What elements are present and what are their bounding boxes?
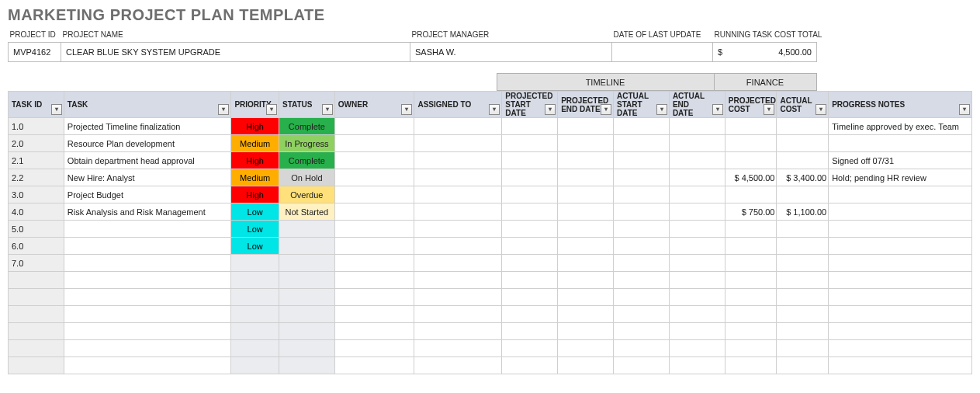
cell-owner[interactable]	[334, 323, 414, 340]
cell-status[interactable]	[279, 238, 334, 255]
cell-task[interactable]	[64, 238, 231, 255]
cell-task-id[interactable]	[9, 357, 64, 374]
cell-act-end[interactable]	[669, 340, 725, 357]
cell-assigned[interactable]	[414, 135, 502, 152]
cell-proj-cost[interactable]	[725, 272, 777, 289]
cell-proj-start[interactable]	[502, 238, 558, 255]
cell-priority[interactable]	[231, 357, 279, 374]
filter-dropdown-icon[interactable]: ▾	[51, 104, 62, 115]
cell-notes[interactable]	[829, 340, 972, 357]
cell-task-id[interactable]: 1.0	[9, 118, 64, 135]
cell-status[interactable]: Complete	[279, 118, 334, 135]
cell-owner[interactable]	[334, 238, 414, 255]
cell-act-start[interactable]	[614, 186, 670, 203]
cell-act-cost[interactable]	[777, 221, 829, 238]
cell-act-cost[interactable]: $ 3,400.00	[777, 169, 829, 186]
col-task[interactable]: TASK▾	[64, 92, 231, 118]
col-projected-cost[interactable]: PROJECTED COST▾	[725, 92, 777, 118]
cell-proj-cost[interactable]	[725, 186, 777, 203]
cell-task[interactable]	[64, 289, 231, 306]
cell-assigned[interactable]	[414, 203, 502, 221]
cell-proj-cost[interactable]	[725, 118, 777, 135]
cell-status[interactable]	[279, 323, 334, 340]
cell-priority[interactable]: Medium	[231, 169, 279, 186]
cell-priority[interactable]	[231, 306, 279, 323]
cell-act-cost[interactable]	[777, 272, 829, 289]
cell-status[interactable]: Complete	[279, 152, 334, 169]
cell-task-id[interactable]: 4.0	[9, 203, 64, 221]
cell-priority[interactable]: High	[231, 118, 279, 135]
cell-assigned[interactable]	[414, 306, 502, 323]
cell-notes[interactable]	[829, 221, 972, 238]
cell-assigned[interactable]	[414, 238, 502, 255]
cell-priority[interactable]: Low	[231, 203, 279, 221]
cell-owner[interactable]	[334, 289, 414, 306]
cell-assigned[interactable]	[414, 289, 502, 306]
cell-act-end[interactable]	[669, 118, 725, 135]
cell-assigned[interactable]	[414, 169, 502, 186]
cell-notes[interactable]	[829, 238, 972, 255]
cell-owner[interactable]	[334, 169, 414, 186]
cell-act-cost[interactable]	[777, 135, 829, 152]
cell-notes[interactable]	[829, 289, 972, 306]
cell-act-cost[interactable]	[777, 152, 829, 169]
filter-dropdown-icon[interactable]: ▾	[712, 104, 723, 115]
cell-task[interactable]	[64, 306, 231, 323]
cell-task[interactable]	[64, 255, 231, 272]
cell-status[interactable]: In Progress	[279, 135, 334, 152]
cell-act-start[interactable]	[614, 152, 670, 169]
cell-status[interactable]: On Hold	[279, 169, 334, 186]
cell-act-end[interactable]	[669, 306, 725, 323]
cell-assigned[interactable]	[414, 272, 502, 289]
filter-dropdown-icon[interactable]: ▾	[601, 104, 611, 115]
cell-proj-start[interactable]	[502, 357, 558, 374]
cell-status[interactable]	[279, 306, 334, 323]
cell-act-start[interactable]	[614, 323, 670, 340]
cell-status[interactable]	[279, 255, 334, 272]
cell-task-id[interactable]: 7.0	[9, 255, 64, 272]
value-project-name[interactable]: CLEAR BLUE SKY SYSTEM UPGRADE	[61, 43, 410, 62]
filter-dropdown-icon[interactable]: ▾	[266, 104, 277, 115]
cell-owner[interactable]	[334, 221, 414, 238]
cell-notes[interactable]	[829, 135, 972, 152]
cell-notes[interactable]	[829, 272, 972, 289]
cell-proj-end[interactable]	[558, 289, 614, 306]
cell-assigned[interactable]	[414, 186, 502, 203]
cell-proj-cost[interactable]	[725, 135, 777, 152]
cell-owner[interactable]	[334, 186, 414, 203]
cell-act-end[interactable]	[669, 186, 725, 203]
cell-task-id[interactable]	[9, 272, 64, 289]
cell-owner[interactable]	[334, 152, 414, 169]
cell-task[interactable]	[64, 323, 231, 340]
cell-proj-end[interactable]	[558, 152, 614, 169]
col-owner[interactable]: OWNER▾	[334, 92, 414, 118]
cell-act-end[interactable]	[669, 289, 725, 306]
cell-task[interactable]	[64, 340, 231, 357]
cell-act-start[interactable]	[614, 340, 670, 357]
cell-act-cost[interactable]: $ 1,100.00	[777, 203, 829, 221]
cell-act-start[interactable]	[614, 118, 670, 135]
cell-task[interactable]: Projected Timeline finalization	[64, 118, 231, 135]
cell-proj-end[interactable]	[558, 221, 614, 238]
cell-task-id[interactable]	[9, 306, 64, 323]
cell-notes[interactable]: Timeline approved by exec. Team	[829, 118, 972, 135]
cell-task-id[interactable]	[9, 340, 64, 357]
cell-proj-end[interactable]	[558, 340, 614, 357]
cell-proj-end[interactable]	[558, 118, 614, 135]
cell-act-cost[interactable]	[777, 186, 829, 203]
cell-status[interactable]: Not Started	[279, 203, 334, 221]
cell-assigned[interactable]	[414, 340, 502, 357]
cell-proj-cost[interactable]	[725, 323, 777, 340]
cell-proj-start[interactable]	[502, 135, 558, 152]
cell-act-start[interactable]	[614, 203, 670, 221]
cell-proj-start[interactable]	[502, 186, 558, 203]
cell-act-end[interactable]	[669, 203, 725, 221]
cell-status[interactable]	[279, 357, 334, 374]
cell-act-end[interactable]	[669, 357, 725, 374]
cell-proj-start[interactable]	[502, 118, 558, 135]
cell-task[interactable]: Risk Analysis and Risk Management	[64, 203, 231, 221]
cell-priority[interactable]: High	[231, 186, 279, 203]
cell-proj-start[interactable]	[502, 255, 558, 272]
cell-owner[interactable]	[334, 118, 414, 135]
filter-dropdown-icon[interactable]: ▾	[218, 104, 229, 115]
